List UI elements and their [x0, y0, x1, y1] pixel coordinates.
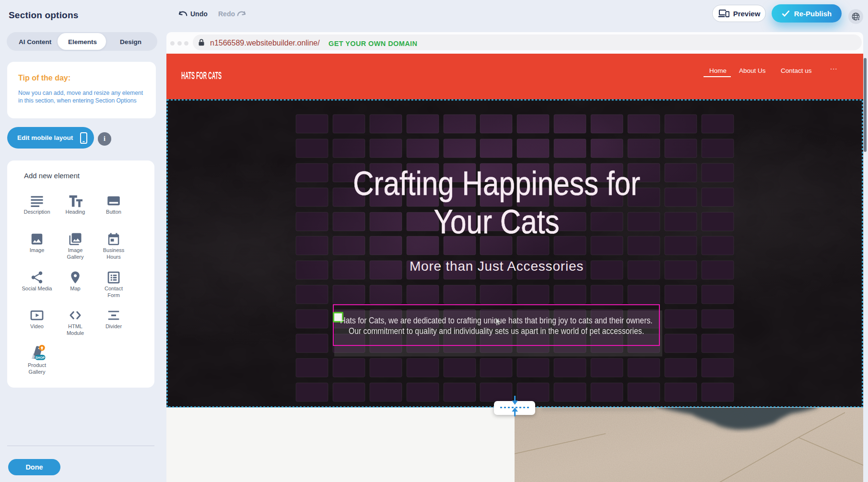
- svg-text:SHOP: SHOP: [35, 356, 45, 359]
